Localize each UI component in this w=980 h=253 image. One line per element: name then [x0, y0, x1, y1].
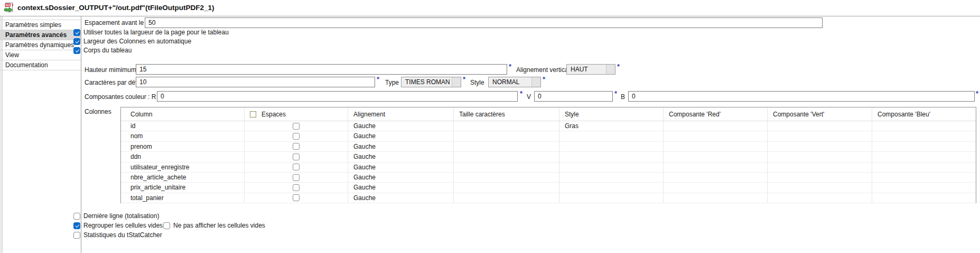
cell-composante-red[interactable]: [664, 142, 768, 152]
cell-composante-red[interactable]: [664, 121, 768, 131]
cell-composante-red[interactable]: [664, 173, 768, 183]
cell-alignement[interactable]: Gauche: [348, 183, 454, 193]
sidebar-item-view[interactable]: View: [0, 50, 81, 60]
table-row[interactable]: prenomGauche: [121, 142, 976, 152]
cell-composante-bleu[interactable]: [872, 162, 976, 173]
table-row[interactable]: nomGauche: [121, 131, 976, 141]
espaces-checkbox[interactable]: [293, 143, 300, 150]
cell-column[interactable]: prix_article_unitaire: [121, 183, 245, 193]
derniere-ligne-checkbox[interactable]: [73, 213, 80, 220]
espaces-checkbox[interactable]: [293, 123, 300, 130]
cell-composante-bleu[interactable]: [872, 193, 976, 203]
table-row[interactable]: idGaucheGras: [121, 121, 976, 131]
regrouper-cellules-checkbox[interactable]: [73, 222, 80, 229]
cell-alignement[interactable]: Gauche: [348, 121, 454, 131]
header-espaces[interactable]: Espaces: [245, 107, 348, 121]
cell-espaces[interactable]: [245, 152, 348, 162]
cell-composante-bleu[interactable]: [872, 131, 976, 141]
header-composante-vert[interactable]: Composante 'Vert': [768, 107, 872, 121]
espaces-checkbox[interactable]: [293, 184, 300, 191]
hauteur-input[interactable]: [136, 64, 507, 75]
alignement-vertical-dropdown[interactable]: HAUT: [566, 64, 615, 75]
cell-espaces[interactable]: [245, 131, 348, 141]
cell-column[interactable]: id: [121, 121, 245, 131]
espacement-input[interactable]: [145, 17, 823, 28]
cell-composante-vert[interactable]: [768, 121, 872, 131]
statistiques-checkbox[interactable]: [73, 232, 80, 239]
cell-alignement[interactable]: Gauche: [348, 173, 454, 183]
cell-composante-vert[interactable]: [768, 131, 872, 141]
cell-column[interactable]: nom: [121, 131, 245, 141]
cell-column[interactable]: total_panier: [121, 193, 245, 203]
cell-espaces[interactable]: [245, 142, 348, 152]
cell-composante-bleu[interactable]: [872, 142, 976, 152]
cell-style[interactable]: [559, 173, 664, 183]
cell-espaces[interactable]: [245, 121, 348, 131]
composante-r-input[interactable]: [157, 91, 518, 102]
sidebar-item-parametres-dynamiques[interactable]: Paramètres dynamiques: [0, 40, 81, 50]
cell-column[interactable]: prenom: [121, 142, 245, 152]
cell-style[interactable]: [559, 131, 664, 141]
table-row[interactable]: nbre_article_acheteGauche: [121, 173, 976, 183]
cell-composante-vert[interactable]: [768, 142, 872, 152]
cell-taille[interactable]: [454, 142, 559, 152]
cell-column[interactable]: ddn: [121, 152, 245, 162]
cell-alignement[interactable]: Gauche: [348, 142, 454, 152]
cell-composante-vert[interactable]: [768, 152, 872, 162]
sidebar-item-parametres-simples[interactable]: Paramètres simples: [0, 20, 81, 30]
espaces-checkbox[interactable]: [293, 133, 300, 140]
cell-espaces[interactable]: [245, 183, 348, 193]
cell-taille[interactable]: [454, 193, 559, 203]
cell-composante-bleu[interactable]: [872, 183, 976, 193]
ne-pas-afficher-checkbox[interactable]: [163, 222, 170, 229]
cell-composante-bleu[interactable]: [872, 173, 976, 183]
table-row[interactable]: total_panierGauche: [121, 193, 976, 203]
composante-v-input[interactable]: [534, 91, 613, 102]
cell-composante-vert[interactable]: [768, 183, 872, 193]
espaces-select-all-checkbox[interactable]: [250, 111, 256, 118]
cell-espaces[interactable]: [245, 193, 348, 203]
table-row[interactable]: utilisateur_enregistreGauche: [121, 162, 976, 173]
style-dropdown[interactable]: NORMAL: [488, 77, 541, 87]
cell-alignement[interactable]: Gauche: [348, 152, 454, 162]
header-style[interactable]: Style: [559, 107, 664, 121]
cell-composante-red[interactable]: [664, 131, 768, 141]
cell-alignement[interactable]: Gauche: [348, 193, 454, 203]
cell-composante-vert[interactable]: [768, 193, 872, 203]
cell-column[interactable]: utilisateur_enregistre: [121, 162, 245, 173]
cell-taille[interactable]: [454, 173, 559, 183]
header-column[interactable]: Column: [121, 107, 245, 121]
corps-tableau-checkbox[interactable]: [73, 47, 80, 54]
espaces-checkbox[interactable]: [293, 153, 300, 160]
cell-taille[interactable]: [454, 131, 559, 141]
header-taille[interactable]: Taille caractères: [454, 107, 559, 121]
cell-composante-vert[interactable]: [768, 173, 872, 183]
cell-alignement[interactable]: Gauche: [348, 131, 454, 141]
cell-alignement[interactable]: Gauche: [348, 162, 454, 173]
cell-espaces[interactable]: [245, 173, 348, 183]
utiliser-largueur-checkbox[interactable]: [73, 29, 80, 36]
header-composante-red[interactable]: Composante 'Red': [664, 107, 768, 121]
cell-taille[interactable]: [454, 121, 559, 131]
cell-taille[interactable]: [454, 183, 559, 193]
largeur-colonnes-checkbox[interactable]: [73, 38, 80, 45]
type-dropdown[interactable]: TIMES ROMAN: [401, 77, 461, 87]
composante-b-input[interactable]: [628, 91, 975, 102]
cell-composante-bleu[interactable]: [872, 121, 976, 131]
cell-column[interactable]: nbre_article_achete: [121, 173, 245, 183]
cell-style[interactable]: Gras: [559, 121, 664, 131]
table-row[interactable]: prix_article_unitaireGauche: [121, 183, 976, 193]
cell-style[interactable]: [559, 162, 664, 173]
cell-composante-bleu[interactable]: [872, 152, 976, 162]
cell-composante-red[interactable]: [664, 162, 768, 173]
espaces-checkbox[interactable]: [293, 164, 300, 170]
sidebar-item-parametres-avances[interactable]: Paramètres avancés: [0, 30, 81, 40]
cell-espaces[interactable]: [245, 162, 348, 173]
cell-style[interactable]: [559, 142, 664, 152]
cell-taille[interactable]: [454, 152, 559, 162]
caracteres-input[interactable]: [136, 77, 375, 87]
cell-style[interactable]: [559, 193, 664, 203]
espaces-checkbox[interactable]: [293, 194, 300, 201]
cell-style[interactable]: [559, 183, 664, 193]
cell-style[interactable]: [559, 152, 664, 162]
